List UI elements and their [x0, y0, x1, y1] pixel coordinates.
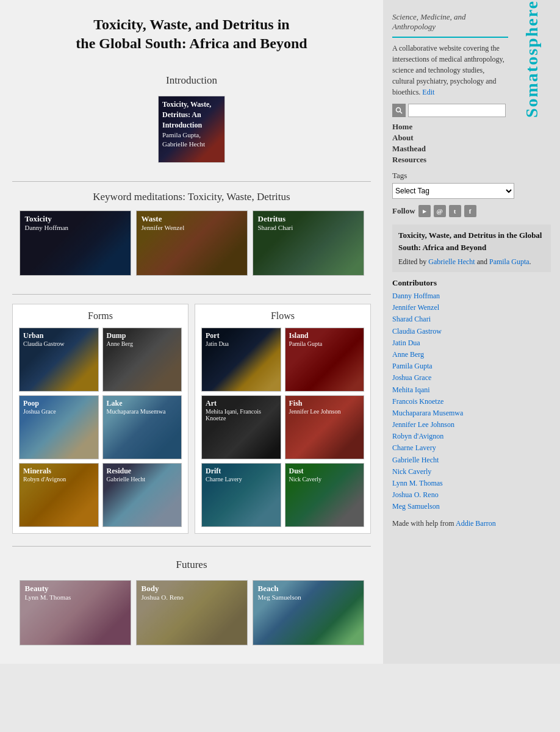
contributors-list: Danny Hoffman Jennifer Wenzel Sharad Cha…	[392, 290, 551, 513]
rss-icon[interactable]: ▸	[418, 205, 431, 217]
intro-card-label: Toxicity, Waste, Detritus: An Introducti…	[159, 96, 224, 162]
intro-card[interactable]: Toxicity, Waste, Detritus: An Introducti…	[158, 96, 225, 163]
contributor-jatin-dua[interactable]: Jatin Dua	[392, 337, 551, 349]
contributor-claudia-gastrow[interactable]: Claudia Gastrow	[392, 326, 551, 337]
svg-point-0	[397, 108, 401, 112]
futures-card-beauty[interactable]: Beauty Lynn M. Thomas	[20, 580, 131, 645]
intro-card-authors: Pamila Gupta, Gabrielle Hecht	[162, 131, 221, 149]
contributor-joshua-grace[interactable]: Joshua Grace	[392, 372, 551, 384]
contributor-gabrielle-hecht[interactable]: Gabrielle Hecht	[392, 454, 551, 466]
flows-card-dust[interactable]: Dust Nick Caverly	[285, 463, 365, 527]
contributor-sharad-chari[interactable]: Sharad Chari	[392, 314, 551, 325]
contributors-title: Contributors	[392, 278, 551, 288]
flows-column: Flows Port Jatin Dua Island Pamila Gupta	[195, 304, 371, 534]
intro-card-title: Toxicity, Waste, Detritus: An Introducti…	[162, 99, 221, 130]
forms-card-urban[interactable]: Urban Claudia Gastrow	[19, 328, 99, 392]
forms-title: Forms	[19, 310, 182, 321]
tags-select[interactable]: Select Tag	[392, 183, 514, 199]
nav-about[interactable]: About	[392, 133, 551, 143]
email-icon[interactable]: @	[434, 205, 446, 217]
contributor-joshua-reno[interactable]: Joshua O. Reno	[392, 489, 551, 501]
flows-card-art[interactable]: Art Mehita Iqani, Francois Knoetze	[201, 395, 281, 459]
flows-title: Flows	[201, 310, 364, 321]
futures-section: Futures Beauty Lynn M. Thomas Body Joshu…	[12, 559, 371, 645]
intro-section-title: Introduction	[12, 74, 371, 87]
contributor-mehita-iqani[interactable]: Mehita Iqani	[392, 384, 551, 396]
keyword-section-title: Keyword meditations: Toxicity, Waste, De…	[12, 191, 371, 203]
futures-section-title: Futures	[12, 559, 371, 571]
sidebar-box-editors: Edited by Gabrielle Hecht and Pamila Gup…	[398, 256, 545, 267]
keyword-card-toxicity[interactable]: Toxicity Danny Hoffman	[20, 210, 131, 276]
edit-link[interactable]: Edit	[422, 88, 434, 96]
contributor-meg-samuelson[interactable]: Meg Samuelson	[392, 501, 551, 512]
keyword-title-detritus: Detritus	[258, 214, 359, 224]
keyword-card-detritus[interactable]: Detritus Sharad Chari	[253, 210, 364, 276]
main-content: Toxicity, Waste, and Detritus inthe Glob…	[0, 0, 383, 664]
sidebar-nav: Home About Masthead Resources	[392, 122, 551, 165]
flows-card-fish[interactable]: Fish Jennifer Lee Johnson	[285, 395, 365, 459]
editor-hecht[interactable]: Gabrielle Hecht	[428, 257, 475, 266]
keyword-author-detritus: Sharad Chari	[258, 224, 359, 231]
follow-row: Follow ▸ @ t f	[392, 205, 551, 217]
intro-section: Toxicity, Waste, Detritus: An Introducti…	[12, 96, 371, 163]
forms-card-residue[interactable]: Residue Gabrielle Hecht	[102, 463, 182, 527]
follow-label: Follow	[392, 206, 415, 216]
contributor-nick-caverly[interactable]: Nick Caverly	[392, 466, 551, 478]
editor-gupta[interactable]: Pamila Gupta	[489, 257, 529, 266]
flows-card-drift[interactable]: Drift Charne Lavery	[201, 463, 281, 527]
forms-column: Forms Urban Claudia Gastrow Dump Anne Be…	[12, 304, 188, 534]
keyword-grid: Toxicity Danny Hoffman Waste Jennifer We…	[12, 210, 371, 276]
made-with: Made with help from Addie Barron	[392, 519, 551, 528]
futures-grid: Beauty Lynn M. Thomas Body Joshua O. Ren…	[12, 580, 371, 645]
forms-card-poop[interactable]: Poop Joshua Grace	[19, 395, 99, 459]
keyword-title-waste: Waste	[142, 214, 242, 224]
keyword-author-waste: Jennifer Wenzel	[142, 224, 242, 231]
teal-divider	[392, 37, 508, 38]
contributor-francois-knoetze[interactable]: Francois Knoetze	[392, 396, 551, 407]
sidebar: Somatosphere Science, Medicine, and Anth…	[383, 0, 560, 664]
site-description: A collaborative website covering the int…	[392, 43, 508, 98]
nav-resources[interactable]: Resources	[392, 155, 551, 165]
flows-card-port[interactable]: Port Jatin Dua	[201, 328, 281, 392]
futures-card-body[interactable]: Body Joshua O. Reno	[136, 580, 248, 645]
forms-card-minerals[interactable]: Minerals Robyn d'Avignon	[19, 463, 99, 527]
keyword-title-toxicity: Toxicity	[25, 214, 126, 224]
forms-grid: Urban Claudia Gastrow Dump Anne Berg Poo…	[19, 328, 182, 527]
forms-flows-section: Forms Urban Claudia Gastrow Dump Anne Be…	[12, 304, 371, 534]
keyword-section: Keyword meditations: Toxicity, Waste, De…	[12, 191, 371, 276]
flows-card-island[interactable]: Island Pamila Gupta	[285, 328, 365, 392]
contributor-pamila-gupta[interactable]: Pamila Gupta	[392, 361, 551, 372]
contributor-anne-berg[interactable]: Anne Berg	[392, 349, 551, 361]
contributor-robyn-davignon[interactable]: Robyn d'Avignon	[392, 431, 551, 442]
keyword-author-toxicity: Danny Hoffman	[25, 224, 126, 231]
contributor-charne-lavery[interactable]: Charne Lavery	[392, 442, 551, 454]
sidebar-box-title: Toxicity, Waste, and Detritus in the Glo…	[398, 229, 545, 253]
contributor-danny-hoffman[interactable]: Danny Hoffman	[392, 290, 551, 302]
search-icon[interactable]	[392, 104, 406, 117]
site-tagline: Science, Medicine, and Anthropology	[392, 12, 508, 32]
futures-card-beach[interactable]: Beach Meg Samuelson	[253, 580, 364, 645]
sidebar-featured-box: Toxicity, Waste, and Detritus in the Glo…	[392, 224, 551, 272]
site-logo[interactable]: Somatosphere	[523, 0, 560, 124]
twitter-icon[interactable]: t	[449, 205, 461, 217]
facebook-icon[interactable]: f	[464, 205, 476, 217]
tags-label: Tags	[392, 171, 551, 181]
forms-card-lake[interactable]: Lake Muchaparara Musemwa	[102, 395, 182, 459]
forms-card-dump[interactable]: Dump Anne Berg	[102, 328, 182, 392]
contributor-lynn-thomas[interactable]: Lynn M. Thomas	[392, 478, 551, 489]
search-input[interactable]	[408, 104, 506, 117]
svg-line-1	[400, 112, 403, 114]
page-title: Toxicity, Waste, and Detritus inthe Glob…	[12, 9, 371, 59]
helper-link[interactable]: Addie Barron	[456, 519, 496, 528]
flows-grid: Port Jatin Dua Island Pamila Gupta Art	[201, 328, 364, 527]
nav-masthead[interactable]: Masthead	[392, 144, 551, 154]
contributor-jennifer-wenzel[interactable]: Jennifer Wenzel	[392, 302, 551, 314]
keyword-card-waste[interactable]: Waste Jennifer Wenzel	[136, 210, 248, 276]
contributor-muchaparara-musemwa[interactable]: Muchaparara Musemwa	[392, 407, 551, 419]
contributor-jennifer-lee-johnson[interactable]: Jennifer Lee Johnson	[392, 419, 551, 431]
